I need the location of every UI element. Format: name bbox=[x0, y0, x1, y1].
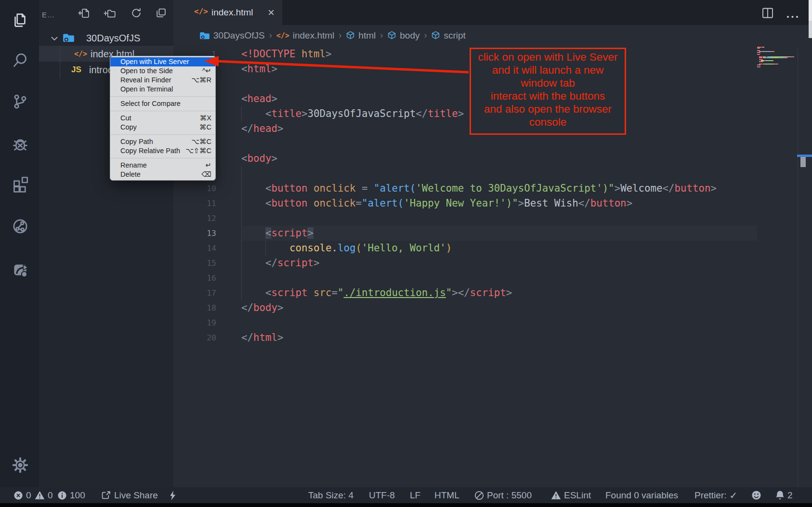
folder-row-30daysofjs[interactable]: 30DaysOfJS bbox=[39, 30, 173, 46]
code-line-9[interactable]: 9 bbox=[173, 166, 757, 181]
breadcrumb-item-html[interactable]: html bbox=[346, 30, 376, 41]
code-line-12[interactable]: 12 bbox=[173, 211, 757, 226]
status-smiley[interactable] bbox=[751, 487, 761, 503]
tab-strip: </> index.html × bbox=[173, 0, 812, 25]
status-error[interactable]: 0 bbox=[13, 487, 31, 503]
status-warning[interactable]: 0 bbox=[35, 487, 53, 503]
breadcrumb-item-script[interactable]: script bbox=[431, 30, 465, 41]
code-text: <title>30DaysOfJavaScript</title> bbox=[216, 106, 464, 121]
code-line-10[interactable]: 10 <button onclick = "alert('Welcome to … bbox=[173, 181, 757, 196]
breadcrumb-separator: › bbox=[380, 30, 383, 40]
status-HTML[interactable]: HTML bbox=[434, 487, 459, 503]
settings-gear-icon[interactable] bbox=[10, 455, 30, 477]
scrollbar-thumb[interactable] bbox=[800, 157, 806, 167]
bottom-black-strip bbox=[0, 503, 812, 507]
new-file-icon[interactable] bbox=[79, 7, 91, 21]
line-number: 19 bbox=[173, 315, 216, 330]
scroll-strip-top bbox=[809, 0, 812, 21]
line-number: 12 bbox=[173, 211, 216, 226]
status-live-share[interactable]: Live Share bbox=[101, 487, 158, 503]
line-number: 11 bbox=[173, 196, 216, 211]
code-line-8[interactable]: 8<body> bbox=[173, 151, 757, 166]
status-info[interactable]: 100 bbox=[57, 487, 85, 503]
live-share-icon[interactable] bbox=[10, 216, 30, 238]
code-line-3[interactable]: 3 bbox=[173, 77, 757, 91]
line-number: 17 bbox=[173, 286, 216, 300]
line-number: 20 bbox=[173, 330, 216, 345]
code-text: <button onclick = "alert('Welcome to 30D… bbox=[216, 181, 717, 196]
line-number: 18 bbox=[173, 300, 216, 315]
code-line-20[interactable]: 20</html> bbox=[173, 330, 757, 345]
code-line-2[interactable]: 2<html> bbox=[173, 62, 757, 77]
status-Found 0 variables[interactable]: Found 0 variables bbox=[605, 487, 678, 503]
refresh-icon[interactable] bbox=[131, 7, 143, 21]
minimap-line bbox=[757, 61, 763, 62]
extensions-icon[interactable] bbox=[10, 172, 30, 195]
code-text: </script> bbox=[216, 256, 319, 271]
html-file-icon: </> bbox=[194, 7, 208, 16]
status-LF[interactable]: LF bbox=[410, 487, 420, 503]
code-line-14[interactable]: 14 console.log('Hello, World') bbox=[173, 241, 757, 256]
search-icon[interactable] bbox=[10, 50, 30, 72]
status-UTF-8[interactable]: UTF-8 bbox=[369, 487, 395, 503]
more-actions-icon[interactable] bbox=[786, 12, 799, 21]
minimap-line bbox=[757, 57, 787, 58]
code-line-11[interactable]: 11 <button onclick="alert('Happy New Yea… bbox=[173, 196, 757, 211]
code-text: <head> bbox=[216, 91, 277, 106]
tab-index-html[interactable]: </> index.html × bbox=[173, 0, 282, 25]
status-ESLint[interactable]: ESLint bbox=[551, 487, 591, 503]
breadcrumb-item-body[interactable]: body bbox=[387, 30, 419, 41]
status-2[interactable]: 2 bbox=[775, 487, 793, 503]
breadcrumb-separator: › bbox=[424, 30, 427, 40]
menu-item-reveal-in-finder[interactable]: Reveal in Finder⌥⌘R bbox=[110, 76, 215, 85]
run-debug-icon[interactable] bbox=[10, 134, 30, 156]
code-line-4[interactable]: 4<head> bbox=[173, 91, 757, 106]
menu-item-copy-relative-path[interactable]: Copy Relative Path⌥⇧⌘C bbox=[110, 146, 215, 156]
new-folder-icon[interactable] bbox=[104, 7, 116, 21]
code-line-13[interactable]: 13 <script> bbox=[173, 226, 757, 241]
code-text: <body> bbox=[216, 151, 277, 166]
annotation-box: click on open with Live Severand it will… bbox=[470, 48, 626, 135]
explorer-title: E… bbox=[42, 11, 55, 19]
overview-ruler-border bbox=[798, 47, 798, 487]
menu-item-copy-path[interactable]: Copy Path⌥⌘C bbox=[110, 137, 215, 146]
code-line-5[interactable]: 5 <title>30DaysOfJavaScript</title> bbox=[173, 106, 757, 121]
code-line-19[interactable]: 19 bbox=[173, 315, 757, 330]
menu-separator bbox=[110, 158, 215, 158]
code-line-6[interactable]: 6</head> bbox=[173, 121, 757, 136]
code-line-16[interactable]: 16 bbox=[173, 271, 757, 286]
status-Prettier:[interactable]: Prettier:✓ bbox=[694, 487, 737, 503]
code-line-17[interactable]: 17 <script src="./introduction.js"></scr… bbox=[173, 286, 757, 300]
explorer-icon[interactable] bbox=[10, 10, 30, 32]
menu-separator bbox=[110, 111, 215, 111]
code-line-7[interactable]: 7 bbox=[173, 136, 757, 151]
chevron-down-icon bbox=[51, 35, 58, 43]
status-Port : 5500[interactable]: Port : 5500 bbox=[474, 487, 532, 503]
annotation-text-line: and it will launch a new bbox=[471, 64, 625, 77]
code-line-18[interactable]: 18</body> bbox=[173, 300, 757, 315]
status-Tab Size: 4[interactable]: Tab Size: 4 bbox=[308, 487, 354, 503]
breadcrumb-item-index.html[interactable]: </>index.html bbox=[276, 30, 335, 41]
code-line-15[interactable]: 15 </script> bbox=[173, 256, 757, 271]
menu-item-open-with-live-server[interactable]: Open with Live Server bbox=[110, 57, 215, 66]
code-text: </html> bbox=[216, 330, 283, 345]
status-lightning[interactable] bbox=[169, 487, 177, 503]
menu-item-select-for-compare[interactable]: Select for Compare bbox=[110, 99, 215, 108]
collapse-editors-icon[interactable] bbox=[155, 7, 167, 21]
line-number: 10 bbox=[173, 181, 216, 196]
code-line-1[interactable]: 1<!DOCTYPE html> bbox=[173, 47, 757, 62]
split-editor-icon[interactable] bbox=[762, 8, 773, 20]
code-editor[interactable]: 1<!DOCTYPE html>2<html>34<head>5 <title>… bbox=[173, 47, 757, 345]
share-icon[interactable] bbox=[10, 259, 30, 281]
breadcrumb-item-30DaysOfJS[interactable]: 30DaysOfJS bbox=[200, 30, 265, 41]
menu-item-cut[interactable]: Cut⌘X bbox=[110, 114, 215, 123]
menu-item-open-to-the-side[interactable]: Open to the Side^↵ bbox=[110, 66, 215, 76]
menu-item-open-in-terminal[interactable]: Open in Terminal bbox=[110, 85, 215, 94]
source-control-icon[interactable] bbox=[10, 91, 30, 114]
menu-item-delete[interactable]: Delete⌫ bbox=[110, 170, 215, 179]
folder-icon bbox=[63, 32, 75, 45]
tab-close-icon[interactable]: × bbox=[268, 6, 275, 19]
menu-item-rename[interactable]: Rename↵ bbox=[110, 161, 215, 170]
code-text bbox=[216, 315, 241, 330]
menu-item-copy[interactable]: Copy⌘C bbox=[110, 123, 215, 132]
